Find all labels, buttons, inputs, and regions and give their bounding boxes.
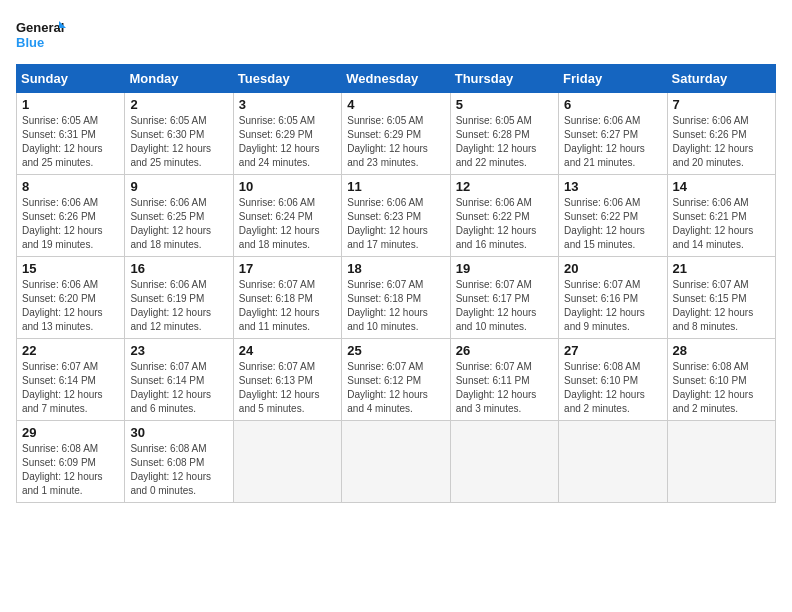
calendar-cell: 24 Sunrise: 6:07 AM Sunset: 6:13 PM Dayl… [233, 339, 341, 421]
calendar-cell [342, 421, 450, 503]
day-info: Sunrise: 6:07 AM Sunset: 6:11 PM Dayligh… [456, 360, 553, 416]
calendar-cell [450, 421, 558, 503]
calendar-cell: 27 Sunrise: 6:08 AM Sunset: 6:10 PM Dayl… [559, 339, 667, 421]
calendar-cell: 12 Sunrise: 6:06 AM Sunset: 6:22 PM Dayl… [450, 175, 558, 257]
calendar-cell: 10 Sunrise: 6:06 AM Sunset: 6:24 PM Dayl… [233, 175, 341, 257]
calendar-cell: 11 Sunrise: 6:06 AM Sunset: 6:23 PM Dayl… [342, 175, 450, 257]
day-number: 8 [22, 179, 119, 194]
calendar-cell: 26 Sunrise: 6:07 AM Sunset: 6:11 PM Dayl… [450, 339, 558, 421]
calendar-cell: 4 Sunrise: 6:05 AM Sunset: 6:29 PM Dayli… [342, 93, 450, 175]
day-info: Sunrise: 6:08 AM Sunset: 6:09 PM Dayligh… [22, 442, 119, 498]
calendar-cell: 30 Sunrise: 6:08 AM Sunset: 6:08 PM Dayl… [125, 421, 233, 503]
day-info: Sunrise: 6:05 AM Sunset: 6:29 PM Dayligh… [239, 114, 336, 170]
day-info: Sunrise: 6:06 AM Sunset: 6:26 PM Dayligh… [22, 196, 119, 252]
day-number: 20 [564, 261, 661, 276]
logo-svg: General Blue [16, 16, 66, 54]
day-info: Sunrise: 6:06 AM Sunset: 6:27 PM Dayligh… [564, 114, 661, 170]
header: General Blue [16, 16, 776, 54]
day-number: 25 [347, 343, 444, 358]
day-info: Sunrise: 6:07 AM Sunset: 6:14 PM Dayligh… [130, 360, 227, 416]
calendar-cell [667, 421, 775, 503]
calendar-cell: 6 Sunrise: 6:06 AM Sunset: 6:27 PM Dayli… [559, 93, 667, 175]
calendar-cell: 3 Sunrise: 6:05 AM Sunset: 6:29 PM Dayli… [233, 93, 341, 175]
day-number: 2 [130, 97, 227, 112]
day-info: Sunrise: 6:08 AM Sunset: 6:10 PM Dayligh… [673, 360, 770, 416]
day-info: Sunrise: 6:06 AM Sunset: 6:23 PM Dayligh… [347, 196, 444, 252]
day-info: Sunrise: 6:07 AM Sunset: 6:18 PM Dayligh… [347, 278, 444, 334]
day-info: Sunrise: 6:07 AM Sunset: 6:13 PM Dayligh… [239, 360, 336, 416]
day-number: 7 [673, 97, 770, 112]
calendar-week-5: 29 Sunrise: 6:08 AM Sunset: 6:09 PM Dayl… [17, 421, 776, 503]
day-number: 9 [130, 179, 227, 194]
calendar-cell: 9 Sunrise: 6:06 AM Sunset: 6:25 PM Dayli… [125, 175, 233, 257]
calendar-cell: 13 Sunrise: 6:06 AM Sunset: 6:22 PM Dayl… [559, 175, 667, 257]
calendar-table: SundayMondayTuesdayWednesdayThursdayFrid… [16, 64, 776, 503]
day-info: Sunrise: 6:07 AM Sunset: 6:17 PM Dayligh… [456, 278, 553, 334]
day-number: 19 [456, 261, 553, 276]
calendar-week-3: 15 Sunrise: 6:06 AM Sunset: 6:20 PM Dayl… [17, 257, 776, 339]
calendar-cell: 25 Sunrise: 6:07 AM Sunset: 6:12 PM Dayl… [342, 339, 450, 421]
day-number: 22 [22, 343, 119, 358]
day-info: Sunrise: 6:05 AM Sunset: 6:30 PM Dayligh… [130, 114, 227, 170]
day-number: 10 [239, 179, 336, 194]
day-info: Sunrise: 6:06 AM Sunset: 6:22 PM Dayligh… [456, 196, 553, 252]
day-number: 14 [673, 179, 770, 194]
day-number: 18 [347, 261, 444, 276]
day-info: Sunrise: 6:05 AM Sunset: 6:29 PM Dayligh… [347, 114, 444, 170]
day-number: 28 [673, 343, 770, 358]
calendar-cell: 15 Sunrise: 6:06 AM Sunset: 6:20 PM Dayl… [17, 257, 125, 339]
day-info: Sunrise: 6:06 AM Sunset: 6:22 PM Dayligh… [564, 196, 661, 252]
day-info: Sunrise: 6:06 AM Sunset: 6:26 PM Dayligh… [673, 114, 770, 170]
calendar-cell: 5 Sunrise: 6:05 AM Sunset: 6:28 PM Dayli… [450, 93, 558, 175]
calendar-header-saturday: Saturday [667, 65, 775, 93]
day-info: Sunrise: 6:06 AM Sunset: 6:20 PM Dayligh… [22, 278, 119, 334]
day-info: Sunrise: 6:06 AM Sunset: 6:24 PM Dayligh… [239, 196, 336, 252]
day-info: Sunrise: 6:06 AM Sunset: 6:25 PM Dayligh… [130, 196, 227, 252]
day-number: 13 [564, 179, 661, 194]
day-number: 16 [130, 261, 227, 276]
day-info: Sunrise: 6:07 AM Sunset: 6:14 PM Dayligh… [22, 360, 119, 416]
day-number: 24 [239, 343, 336, 358]
calendar-cell: 16 Sunrise: 6:06 AM Sunset: 6:19 PM Dayl… [125, 257, 233, 339]
calendar-week-2: 8 Sunrise: 6:06 AM Sunset: 6:26 PM Dayli… [17, 175, 776, 257]
calendar-header-thursday: Thursday [450, 65, 558, 93]
calendar-week-4: 22 Sunrise: 6:07 AM Sunset: 6:14 PM Dayl… [17, 339, 776, 421]
calendar-cell: 8 Sunrise: 6:06 AM Sunset: 6:26 PM Dayli… [17, 175, 125, 257]
day-info: Sunrise: 6:07 AM Sunset: 6:15 PM Dayligh… [673, 278, 770, 334]
calendar-cell: 18 Sunrise: 6:07 AM Sunset: 6:18 PM Dayl… [342, 257, 450, 339]
calendar-cell: 19 Sunrise: 6:07 AM Sunset: 6:17 PM Dayl… [450, 257, 558, 339]
day-number: 23 [130, 343, 227, 358]
calendar-cell: 17 Sunrise: 6:07 AM Sunset: 6:18 PM Dayl… [233, 257, 341, 339]
day-number: 27 [564, 343, 661, 358]
day-number: 29 [22, 425, 119, 440]
logo: General Blue [16, 16, 66, 54]
day-info: Sunrise: 6:06 AM Sunset: 6:19 PM Dayligh… [130, 278, 227, 334]
svg-text:General: General [16, 20, 64, 35]
day-number: 4 [347, 97, 444, 112]
day-number: 12 [456, 179, 553, 194]
calendar-cell [233, 421, 341, 503]
day-number: 11 [347, 179, 444, 194]
svg-text:Blue: Blue [16, 35, 44, 50]
day-number: 30 [130, 425, 227, 440]
calendar-header-wednesday: Wednesday [342, 65, 450, 93]
calendar-cell: 28 Sunrise: 6:08 AM Sunset: 6:10 PM Dayl… [667, 339, 775, 421]
day-number: 5 [456, 97, 553, 112]
calendar-cell [559, 421, 667, 503]
calendar-header-row: SundayMondayTuesdayWednesdayThursdayFrid… [17, 65, 776, 93]
calendar-week-1: 1 Sunrise: 6:05 AM Sunset: 6:31 PM Dayli… [17, 93, 776, 175]
calendar-cell: 1 Sunrise: 6:05 AM Sunset: 6:31 PM Dayli… [17, 93, 125, 175]
day-number: 17 [239, 261, 336, 276]
calendar-cell: 14 Sunrise: 6:06 AM Sunset: 6:21 PM Dayl… [667, 175, 775, 257]
calendar-header-sunday: Sunday [17, 65, 125, 93]
day-info: Sunrise: 6:05 AM Sunset: 6:28 PM Dayligh… [456, 114, 553, 170]
day-number: 3 [239, 97, 336, 112]
day-number: 21 [673, 261, 770, 276]
day-info: Sunrise: 6:05 AM Sunset: 6:31 PM Dayligh… [22, 114, 119, 170]
day-info: Sunrise: 6:08 AM Sunset: 6:08 PM Dayligh… [130, 442, 227, 498]
calendar-cell: 20 Sunrise: 6:07 AM Sunset: 6:16 PM Dayl… [559, 257, 667, 339]
day-info: Sunrise: 6:07 AM Sunset: 6:12 PM Dayligh… [347, 360, 444, 416]
day-info: Sunrise: 6:08 AM Sunset: 6:10 PM Dayligh… [564, 360, 661, 416]
calendar-header-tuesday: Tuesday [233, 65, 341, 93]
calendar-cell: 23 Sunrise: 6:07 AM Sunset: 6:14 PM Dayl… [125, 339, 233, 421]
